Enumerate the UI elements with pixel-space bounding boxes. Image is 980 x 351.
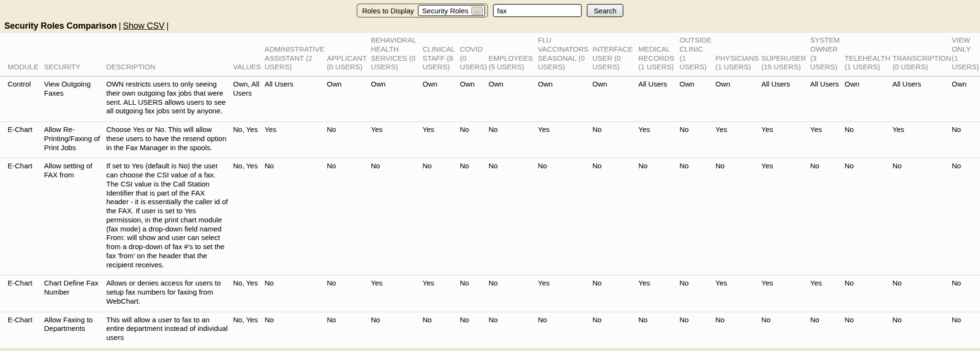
cell-outside-clinic: No	[679, 158, 715, 275]
cell-employees: No	[489, 312, 538, 348]
cell-module: E-Chart	[0, 158, 44, 275]
cell-security: Allow Faxing to Departments	[44, 312, 106, 348]
cell-values: No, Yes	[233, 312, 265, 348]
cell-clinical-staff: Own	[423, 77, 460, 122]
roles-selector[interactable]: Security Roles ...	[418, 5, 485, 16]
cell-interface-user: Own	[592, 77, 638, 122]
col-header-administrative-assistant: ADMINISTRATIVE ASSISTANT (2 USERS)	[265, 33, 327, 77]
cell-outside-clinic: No	[679, 275, 715, 312]
cell-behavioral-health-services: No	[371, 312, 423, 348]
cell-transcription: Yes	[892, 122, 952, 158]
cell-flu-vaccinators-seasonal: No	[538, 312, 592, 348]
cell-telehealth: No	[845, 312, 892, 348]
cell-physicians: Own	[715, 77, 761, 122]
cell-telehealth: No	[845, 122, 892, 158]
cell-medical-records: All Users	[638, 77, 679, 122]
page-header: Security Roles Comparison|Show CSV|	[0, 19, 980, 33]
cell-interface-user: No	[592, 275, 638, 312]
cell-employees: No	[489, 158, 538, 275]
cell-behavioral-health-services: Own	[371, 77, 423, 122]
cell-system-owner: All Users	[810, 77, 845, 122]
show-csv-link[interactable]: Show CSV	[123, 21, 165, 31]
col-header-description: DESCRIPTION	[106, 33, 233, 77]
cell-covid: No	[460, 158, 489, 275]
cell-description: Allows or denies access for users to set…	[106, 275, 233, 312]
separator: |	[119, 21, 121, 31]
cell-module: E-Chart	[0, 122, 44, 158]
cell-description: Choose Yes or No. This will allow these …	[106, 122, 233, 158]
cell-description: This will allow a user to fax to an enti…	[106, 312, 233, 348]
cell-system-owner: Yes	[810, 122, 845, 158]
roles-selector-value: Security Roles	[422, 7, 468, 15]
cell-applicant: No	[327, 122, 371, 158]
cell-medical-records: Yes	[638, 275, 679, 312]
cell-module: E-Chart	[0, 312, 44, 348]
col-header-applicant: APPLICANT (0 USERS)	[327, 33, 371, 77]
col-header-telehealth: TELEHEALTH (1 USERS)	[845, 33, 892, 77]
roles-to-display-group: Roles to Display Security Roles ...	[356, 3, 488, 18]
roles-browse-button[interactable]: ...	[471, 7, 483, 15]
cell-interface-user: No	[592, 312, 638, 348]
cell-physicians: No	[715, 158, 761, 275]
cell-view-only: No	[952, 122, 980, 158]
cell-covid: No	[460, 122, 489, 158]
search-button[interactable]: Search	[587, 4, 624, 17]
col-header-system-owner: SYSTEM OWNER (3 USERS)	[810, 33, 845, 77]
col-header-security: SECURITY	[44, 33, 106, 77]
cell-superuser: All Users	[761, 77, 810, 122]
cell-superuser: No	[761, 312, 810, 348]
col-header-behavioral-health-services: BEHAVIORAL HEALTH SERVICES (0 USERS)	[371, 33, 423, 77]
cell-superuser: Yes	[761, 275, 810, 312]
separator: |	[167, 21, 169, 31]
col-header-superuser: SUPERUSER (15 USERS)	[761, 33, 810, 77]
table-row: E-ChartAllow Faxing to DepartmentsThis w…	[0, 312, 980, 348]
table-row: ControlView Outgoing FaxesOWN restricts …	[0, 77, 980, 122]
cell-employees: No	[489, 275, 538, 312]
cell-applicant: No	[327, 275, 371, 312]
col-header-module: MODULE	[0, 33, 44, 77]
cell-medical-records: No	[638, 312, 679, 348]
cell-outside-clinic: Own	[679, 77, 715, 122]
cell-employees: Own	[489, 77, 538, 122]
cell-outside-clinic: No	[679, 312, 715, 348]
cell-transcription: All Users	[892, 77, 952, 122]
cell-system-owner: Yes	[810, 275, 845, 312]
cell-administrative-assistant: Yes	[265, 122, 327, 158]
cell-covid: No	[460, 312, 489, 348]
cell-telehealth: Own	[845, 77, 892, 122]
cell-transcription: No	[892, 312, 952, 348]
roles-table: MODULESECURITYDESCRIPTIONVALUESADMINISTR…	[0, 33, 980, 349]
cell-applicant: No	[327, 158, 371, 275]
cell-security: View Outgoing Faxes	[44, 77, 106, 122]
cell-values: No, Yes	[233, 275, 265, 312]
cell-outside-clinic: No	[679, 122, 715, 158]
col-header-interface-user: INTERFACE USER (0 USERS)	[592, 33, 638, 77]
col-header-outside-clinic: OUTSIDE CLINIC (1 USERS)	[679, 33, 715, 77]
cell-module: Control	[0, 77, 44, 122]
cell-security: Allow setting of FAX from	[44, 158, 106, 275]
cell-system-owner: No	[810, 158, 845, 275]
cell-telehealth: No	[845, 275, 892, 312]
col-header-clinical-staff: CLINICAL STAFF (8 USERS)	[423, 33, 460, 77]
cell-interface-user: No	[592, 158, 638, 275]
cell-view-only: No	[952, 312, 980, 348]
search-input[interactable]	[493, 4, 582, 17]
top-toolbar: Roles to Display Security Roles ... Sear…	[0, 0, 980, 19]
cell-administrative-assistant: No	[265, 275, 327, 312]
cell-values: Own, All Users	[233, 77, 265, 122]
cell-flu-vaccinators-seasonal: Yes	[538, 275, 592, 312]
col-header-physicians: PHYSICIANS (1 USERS)	[715, 33, 761, 77]
table-row: E-ChartAllow setting of FAX fromIf set t…	[0, 158, 980, 275]
cell-applicant: Own	[327, 77, 371, 122]
cell-behavioral-health-services: No	[371, 158, 423, 275]
col-header-employees: EMPLOYEES (5 USERS)	[489, 33, 538, 77]
table-row: E-ChartAllow Re-Printing/Faxing of Print…	[0, 122, 980, 158]
col-header-values: VALUES	[233, 33, 265, 77]
table-container: MODULESECURITYDESCRIPTIONVALUESADMINISTR…	[0, 33, 980, 349]
cell-physicians: Yes	[715, 275, 761, 312]
cell-clinical-staff: No	[423, 312, 460, 348]
table-header-row: MODULESECURITYDESCRIPTIONVALUESADMINISTR…	[0, 33, 980, 77]
cell-behavioral-health-services: Yes	[371, 122, 423, 158]
cell-medical-records: Yes	[638, 122, 679, 158]
cell-transcription: No	[892, 158, 952, 275]
